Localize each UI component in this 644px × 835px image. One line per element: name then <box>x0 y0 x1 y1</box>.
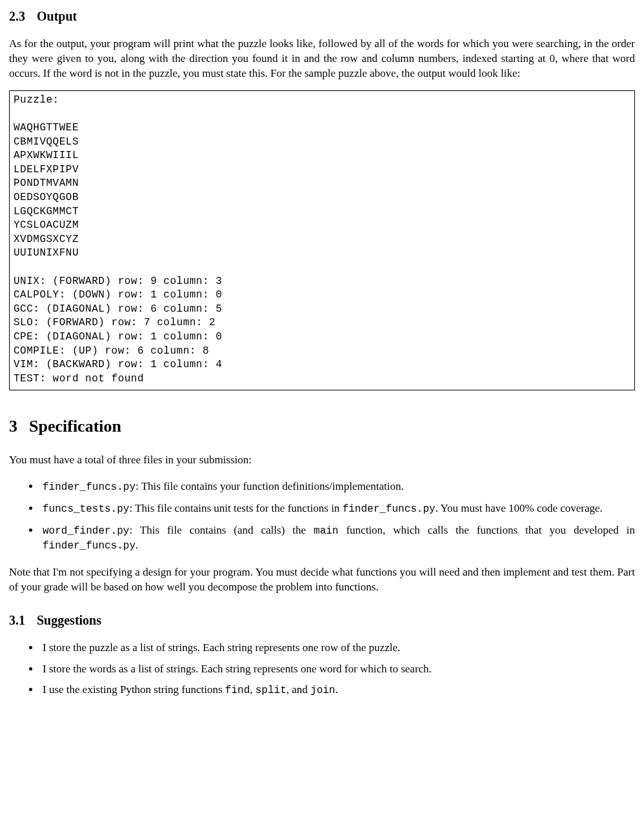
section-3-heading: 3Specification <box>9 415 635 438</box>
file-description: : This file contains your function defin… <box>136 480 404 492</box>
filename-code: finder_funcs.py <box>43 540 136 552</box>
filename-code: finder_funcs.py <box>343 503 436 515</box>
list-item: I use the existing Python string functio… <box>40 683 635 698</box>
sample-output-codebox: Puzzle: WAQHGTTWEE CBMIVQQELS APXWKWIIIL… <box>9 90 635 390</box>
filename-code: funcs_tests.py <box>43 503 129 515</box>
section-number: 3 <box>9 417 17 436</box>
suggestion-text: I use the existing Python string functio… <box>43 683 225 696</box>
suggestions-list: I store the puzzle as a list of strings.… <box>9 641 635 698</box>
function-name-code: split <box>256 685 287 696</box>
list-item: finder_funcs.py: This file contains your… <box>40 479 635 495</box>
list-item: funcs_tests.py: This file contains unit … <box>40 501 635 517</box>
design-note-paragraph: Note that I'm not specifying a design fo… <box>9 565 635 595</box>
suggestion-text: . <box>335 683 337 696</box>
file-list: finder_funcs.py: This file contains your… <box>9 479 635 553</box>
suggestion-text: , and <box>287 683 310 696</box>
output-description-paragraph: As for the output, your program will pri… <box>9 37 635 81</box>
spec-intro-paragraph: You must have a total of three files in … <box>9 453 635 468</box>
file-description: . You must have 100% code coverage. <box>436 502 603 514</box>
function-name-code: main <box>314 525 338 537</box>
file-description: . <box>136 539 138 551</box>
suggestion-text: , <box>250 683 256 696</box>
file-description: : This file contains unit tests for the … <box>129 502 342 514</box>
subsection-title: Output <box>37 9 77 23</box>
list-item: I store the words as a list of strings. … <box>40 662 635 677</box>
filename-code: finder_funcs.py <box>43 481 136 493</box>
subsection-3-1-heading: 3.1Suggestions <box>9 612 635 629</box>
function-name-code: find <box>225 685 250 696</box>
file-description: function, which calls the functions that… <box>338 524 635 536</box>
list-item: word_finder.py: This file contains (and … <box>40 523 635 554</box>
filename-code: word_finder.py <box>43 525 129 537</box>
subsection-number: 3.1 <box>9 613 25 627</box>
section-title: Specification <box>29 417 121 436</box>
file-description: : This file contains (and calls) the <box>129 524 314 536</box>
subsection-number: 2.3 <box>9 9 25 23</box>
subsection-title: Suggestions <box>37 613 101 627</box>
subsection-2-3-heading: 2.3Output <box>9 8 635 25</box>
function-name-code: join <box>310 685 335 696</box>
list-item: I store the puzzle as a list of strings.… <box>40 641 635 656</box>
